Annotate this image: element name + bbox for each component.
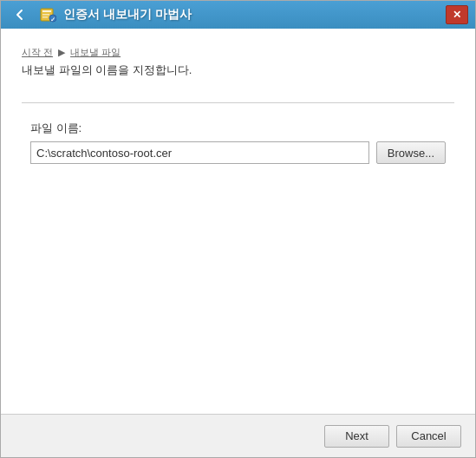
svg-rect-1 — [42, 10, 51, 12]
svg-rect-3 — [42, 16, 48, 18]
wizard-icon: ✓ — [39, 6, 56, 23]
cancel-button[interactable]: Cancel — [396, 425, 461, 448]
file-label: 파일 이름: — [30, 121, 446, 136]
title-text: 인증서 내보내기 마법사 — [63, 7, 192, 23]
breadcrumb-sep: ▶ — [58, 47, 65, 58]
section-description: 내보낼 파일의 이름을 지정합니다. — [22, 62, 454, 78]
next-button[interactable]: Next — [324, 425, 389, 448]
file-path-input[interactable] — [30, 141, 369, 164]
footer: Next Cancel — [1, 414, 475, 457]
close-button[interactable]: ✕ — [446, 5, 468, 24]
breadcrumb-row: 시작 전 ▶ 내보낼 파일 — [22, 46, 454, 59]
wizard-window: ✓ 인증서 내보내기 마법사 ✕ 시작 전 ▶ 내보낼 파일 내보낼 파일의 이… — [0, 0, 476, 458]
svg-text:✓: ✓ — [50, 16, 55, 23]
back-button[interactable] — [8, 3, 32, 27]
browse-button[interactable]: Browse... — [376, 141, 446, 164]
field-row: Browse... — [30, 141, 446, 164]
svg-rect-2 — [42, 14, 49, 16]
title-bar-left: ✓ 인증서 내보내기 마법사 — [8, 3, 192, 27]
breadcrumb-area: 시작 전 ▶ 내보낼 파일 내보낼 파일의 이름을 지정합니다. — [22, 46, 454, 92]
field-section: 파일 이름: Browse... — [22, 121, 454, 164]
content-area: 시작 전 ▶ 내보낼 파일 내보낼 파일의 이름을 지정합니다. 파일 이름: … — [1, 29, 475, 414]
divider — [22, 102, 454, 103]
breadcrumb-step2[interactable]: 내보낼 파일 — [70, 46, 121, 59]
breadcrumb-step1[interactable]: 시작 전 — [22, 46, 53, 59]
title-bar: ✓ 인증서 내보내기 마법사 ✕ — [1, 1, 475, 29]
